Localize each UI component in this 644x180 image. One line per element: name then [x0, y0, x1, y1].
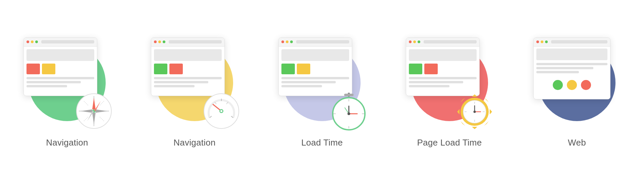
browser-blocks — [26, 64, 94, 74]
browser-header-bar — [26, 49, 94, 61]
dot-red — [281, 40, 284, 43]
block-yellow — [42, 64, 55, 74]
browser-blocks — [281, 64, 349, 74]
text-line — [281, 77, 349, 79]
web-circles — [536, 80, 607, 90]
block-red — [169, 64, 183, 74]
block-green — [281, 64, 295, 74]
text-line — [536, 71, 579, 73]
svg-marker-41 — [484, 98, 489, 102]
browser-bar — [406, 38, 479, 47]
web-circle-yellow — [567, 80, 577, 90]
svg-point-52 — [474, 110, 476, 113]
icon-wrapper-navigation-1 — [17, 32, 117, 133]
svg-point-22 — [220, 110, 222, 112]
icon-wrapper-page-load-time — [399, 32, 500, 133]
browser-bar — [534, 38, 610, 47]
dot-yellow — [413, 40, 416, 43]
icon-wrapper-load-time — [272, 32, 372, 133]
browser-header-bar — [409, 49, 477, 61]
browser-url-bar — [41, 40, 94, 43]
text-line — [281, 85, 322, 87]
card-label-web: Web — [568, 138, 586, 148]
browser-bar — [151, 38, 224, 47]
block-red — [26, 64, 40, 74]
dot-yellow — [541, 40, 543, 43]
browser-window-navigation-1 — [23, 37, 97, 96]
card-navigation-1: Navigation — [13, 32, 121, 148]
dot-yellow — [158, 40, 161, 43]
dot-red — [409, 40, 412, 43]
text-line — [154, 81, 208, 83]
svg-rect-26 — [344, 94, 354, 96]
svg-marker-42 — [461, 121, 465, 126]
browser-window-load-time — [278, 37, 352, 96]
cards-container: Navigation — [0, 26, 644, 155]
text-line — [154, 85, 195, 87]
dot-yellow — [31, 40, 34, 43]
browser-bar — [24, 38, 97, 47]
browser-header-bar — [281, 49, 349, 61]
text-line — [154, 77, 222, 79]
dot-green — [545, 40, 548, 43]
text-line — [281, 81, 336, 83]
text-line — [409, 85, 449, 87]
card-label-load-time: Load Time — [301, 138, 343, 148]
browser-content — [24, 47, 97, 92]
browser-bar — [279, 38, 352, 47]
svg-marker-38 — [457, 109, 460, 114]
block-green — [409, 64, 422, 74]
dot-green — [163, 40, 165, 43]
browser-window-page-load-time — [406, 37, 480, 96]
svg-marker-43 — [484, 121, 489, 126]
browser-content — [279, 47, 352, 92]
web-circle-red — [581, 80, 591, 90]
dot-yellow — [286, 40, 288, 43]
svg-marker-40 — [461, 98, 465, 102]
text-line — [26, 81, 81, 83]
speedometer-icon — [203, 93, 240, 129]
web-circle-green — [553, 80, 563, 90]
browser-content — [151, 47, 224, 92]
browser-url-bar — [296, 40, 349, 43]
block-green — [154, 64, 167, 74]
browser-window-navigation-2 — [151, 37, 225, 96]
clock-icon — [329, 91, 369, 131]
svg-marker-39 — [490, 109, 492, 114]
browser-url-bar — [551, 40, 607, 43]
dot-red — [536, 40, 539, 43]
dot-red — [26, 40, 29, 43]
icon-wrapper-navigation-2 — [144, 32, 245, 133]
icon-wrapper-web — [527, 32, 627, 133]
browser-header-bar — [154, 49, 222, 61]
card-load-time: Load Time — [268, 32, 376, 148]
dot-green — [290, 40, 293, 43]
svg-marker-37 — [472, 127, 477, 129]
card-page-load-time: Page Load Time — [396, 32, 503, 148]
browser-window-web — [533, 37, 610, 99]
gear-clock-icon — [453, 88, 496, 131]
card-navigation-2: Navigation — [141, 32, 248, 148]
browser-content — [406, 47, 479, 92]
svg-point-35 — [347, 112, 350, 115]
svg-marker-36 — [472, 94, 477, 97]
dot-green — [35, 40, 38, 43]
text-line — [409, 77, 477, 79]
text-line — [536, 67, 593, 69]
browser-url-bar — [424, 40, 477, 43]
compass-icon — [75, 93, 112, 129]
block-yellow — [297, 64, 310, 74]
browser-blocks — [154, 64, 222, 74]
browser-blocks — [409, 64, 477, 74]
card-label-navigation-1: Navigation — [46, 138, 88, 148]
block-red — [424, 64, 438, 74]
browser-url-bar — [169, 40, 222, 43]
text-line — [409, 81, 463, 83]
text-line — [26, 85, 67, 87]
dot-green — [418, 40, 420, 43]
card-label-navigation-2: Navigation — [173, 138, 215, 148]
text-line — [26, 77, 94, 79]
browser-content-web — [534, 47, 610, 92]
card-label-page-load-time: Page Load Time — [417, 138, 482, 148]
dot-red — [154, 40, 157, 43]
